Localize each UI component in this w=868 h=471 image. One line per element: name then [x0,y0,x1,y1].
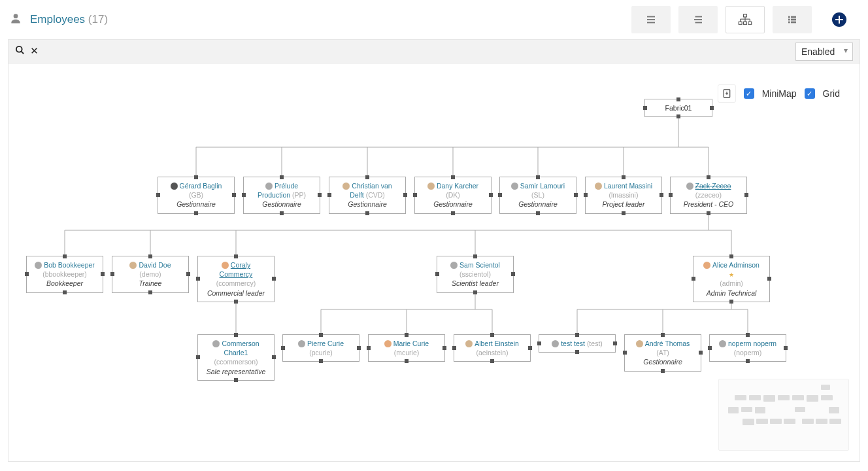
node-l2-1[interactable]: David Doe (demo) Trainee [112,256,189,293]
svg-point-0 [14,14,18,18]
avatar-icon [212,340,220,347]
svg-rect-16 [788,16,790,18]
node-l3-4[interactable]: test test (test) [539,334,616,353]
employees-count: (17) [88,13,108,26]
node-l3-3[interactable]: Albert Einstein (aeinstein) [454,334,531,362]
node-l1-4[interactable]: Samir Lamouri (SL) Gestionnaire [499,177,576,214]
svg-rect-8 [739,22,742,24]
avatar-icon [298,340,305,347]
view-list-indent-button[interactable] [678,6,718,33]
minimap[interactable] [718,379,849,451]
svg-rect-21 [791,22,796,24]
node-l3-1[interactable]: Pierre Curie (pcurie) [282,334,359,362]
avatar-icon [511,183,518,190]
star-icon: ★ [729,271,734,278]
svg-rect-9 [744,22,747,24]
avatar-icon [595,183,602,190]
view-switcher [631,6,859,33]
employees-link[interactable]: Employees [30,13,85,26]
export-button[interactable] [718,84,736,103]
svg-rect-10 [748,22,752,24]
avatar-icon [719,340,726,347]
svg-point-25 [16,46,22,52]
avatar-icon [703,262,710,269]
grid-checkbox[interactable]: ✓ [805,88,815,99]
node-l2-0[interactable]: Bob Bookkeeper (bbookkeeper) Bookkeeper [26,256,103,293]
avatar-icon [636,340,643,347]
avatar-icon [686,183,693,190]
svg-line-26 [21,51,24,54]
avatar-icon [171,183,178,190]
node-label: Fabric01 [665,104,692,112]
node-root[interactable]: Fabric01 [644,99,712,117]
avatar-icon [450,262,458,269]
svg-rect-24 [835,19,843,20]
add-button[interactable] [820,6,859,33]
node-l3-6[interactable]: noperm noperm (noperm) [709,334,786,362]
avatar-icon [552,340,559,347]
avatar-icon [129,262,137,269]
page-header: Employees (17) [0,0,868,39]
view-hierarchy-button[interactable] [726,6,765,33]
page-title: Employees (17) [30,13,108,26]
minimap-checkbox[interactable]: ✓ [744,88,754,99]
node-l3-5[interactable]: André Thomas (AT) Gestionnaire [624,334,701,372]
node-l1-2[interactable]: Christian van Delft (CVD) Gestionnaire [329,177,406,214]
svg-rect-7 [744,14,747,17]
node-l1-3[interactable]: Dany Karcher (DK) Gestionnaire [414,177,492,214]
avatar-icon [35,262,42,269]
svg-rect-20 [788,22,790,24]
canvas-toolbar: Enabled [8,40,860,63]
avatar-icon [384,340,392,347]
org-chart-canvas[interactable]: ✓ MiniMap ✓ Grid [8,63,860,461]
node-l1-5[interactable]: Laurent Massini (lmassini) Project leade… [585,177,662,214]
node-l2-3[interactable]: Sam Scientol (sscientol) Scientist leade… [437,256,514,293]
title-area: Employees (17) [9,12,108,27]
node-l3-0[interactable]: Commerson Charle1 (ccommerson) Sale repr… [197,334,275,381]
avatar-icon [342,183,350,190]
node-l3-2[interactable]: Marie Curie (mcurie) [368,334,445,362]
search-icon[interactable] [15,45,25,58]
avatar-icon [265,183,273,190]
person-icon [9,12,22,27]
node-l1-1[interactable]: Prélude Production (PP) Gestionnaire [243,177,320,214]
content-panel: Enabled ✓ MiniMap ✓ Grid [8,39,860,462]
node-l1-0[interactable]: Gérard Baglin (GB) Gestionnaire [158,177,235,214]
canvas-controls: ✓ MiniMap ✓ Grid [718,84,840,103]
svg-rect-17 [791,16,796,18]
avatar-icon [222,262,229,269]
grid-label: Grid [823,88,840,99]
view-table-button[interactable] [773,6,812,33]
node-l2-4[interactable]: Alice Adminson ★ (admin) Admin Technical [693,256,770,302]
view-list-button[interactable] [631,6,671,33]
avatar-icon [427,183,435,190]
svg-rect-18 [788,19,790,21]
status-select[interactable]: Enabled [795,43,853,61]
close-icon[interactable] [30,46,39,58]
node-l1-6[interactable]: Zack Zeceo (zzeceo) President - CEO [670,177,747,214]
minimap-label: MiniMap [762,88,797,99]
status-select-wrap: Enabled [795,43,853,61]
node-l2-2[interactable]: Coraly Commercy (ccommercy) Commercial l… [197,256,275,302]
svg-rect-19 [791,19,796,21]
avatar-icon [465,340,473,347]
